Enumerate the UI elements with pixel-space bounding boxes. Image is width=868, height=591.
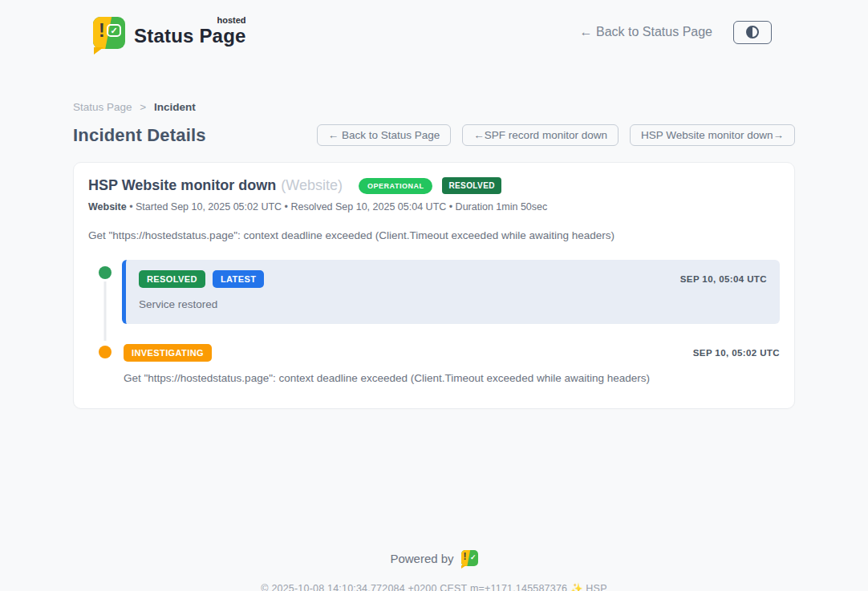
main-container: Status Page > Incident Incident Details … [73,101,795,591]
timeline-entry-investigating: INVESTIGATING SEP 10, 05:02 UTC Get "htt… [122,344,780,384]
logo-text-wrap: Status Page hosted [134,15,246,47]
timeline-dot-resolved [99,266,112,279]
timeline-entry-timestamp: SEP 10, 05:04 UTC [680,274,767,284]
incident-meta-details: • Started Sep 10, 2025 05:02 UTC • Resol… [129,201,547,213]
powered-by-label: Powered by [390,552,453,565]
breadcrumb-root[interactable]: Status Page [73,101,132,113]
breadcrumb-separator: > [140,101,146,113]
powered-by[interactable]: Powered by ! ✓ [390,550,477,566]
logo-text: Status Page [134,25,246,47]
copyright-line: © 2025-10-08 14:10:34.772084 +0200 CEST … [73,582,795,591]
timeline-entry-message: Service restored [139,298,767,310]
breadcrumb: Status Page > Incident [73,101,795,113]
mini-logo-bubble: ! ✓ [461,550,478,566]
timeline-entry-resolved: RESOLVED LATEST SEP 10, 05:04 UTC Servic… [122,260,780,324]
incident-card: HSP Website monitor down (Website) OPERA… [73,162,795,409]
incident-description: Get "https://hostedstatus.page": context… [88,229,780,241]
logo[interactable]: ! ✓ Status Page hosted [93,15,246,49]
resolved-status-badge: RESOLVED [442,177,501,194]
back-to-status-page-button[interactable]: ← Back to Status Page [317,124,452,146]
incident-scope: (Website) [281,177,343,194]
statuspage-logo-icon: ! ✓ [93,17,125,49]
header-right: ← Back to Status Page [580,21,772,44]
contrast-icon [746,26,759,38]
incident-title: HSP Website monitor down [88,177,276,194]
footer: Powered by ! ✓ © 2025-10-08 14:10:34.772… [73,550,795,591]
timeline-entry-message: Get "https://hostedstatus.page": context… [124,372,780,384]
exclamation-glyph: ! [99,22,105,40]
check-glyph: ✓ [107,24,121,37]
incident-service-name: Website [88,201,127,213]
breadcrumb-current: Incident [154,101,196,113]
prev-incident-button[interactable]: ←SPF record monitor down [462,124,619,146]
mini-logo-tail [461,565,466,569]
statuspage-mini-logo-icon: ! ✓ [461,550,478,566]
incident-nav-buttons: ← Back to Status Page ←SPF record monito… [317,124,795,146]
operational-badge: OPERATIONAL [359,178,432,194]
resolved-badge: RESOLVED [139,270,205,288]
incident-timeline: RESOLVED LATEST SEP 10, 05:04 UTC Servic… [88,260,780,384]
timeline-entry-timestamp: SEP 10, 05:02 UTC [693,348,780,358]
timeline-dot-investigating [99,346,112,358]
mini-check-glyph: ✓ [470,553,477,561]
logo-bubble: ! ✓ [93,17,125,49]
timeline-entry-head: INVESTIGATING SEP 10, 05:02 UTC [124,344,780,362]
header: ! ✓ Status Page hosted ← Back to Status … [0,0,868,61]
timeline-entry-badges: INVESTIGATING [124,344,212,362]
logo-hosted-label: hosted [217,15,246,25]
incident-title-row: HSP Website monitor down (Website) OPERA… [88,177,780,194]
incident-meta: Website • Started Sep 10, 2025 05:02 UTC… [88,201,780,213]
page-title: Incident Details [73,125,206,146]
timeline-entry-badges: RESOLVED LATEST [139,270,264,288]
mini-exclamation-glyph: ! [464,552,467,561]
next-incident-button[interactable]: HSP Website monitor down→ [630,124,795,146]
logo-bubble-tail [94,47,103,55]
timeline-connector-line [104,274,107,341]
timeline-entry-head: RESOLVED LATEST SEP 10, 05:04 UTC [139,270,767,288]
theme-toggle-button[interactable] [733,21,772,44]
back-to-status-page-link[interactable]: ← Back to Status Page [580,25,712,39]
latest-badge: LATEST [213,270,264,288]
investigating-badge: INVESTIGATING [124,344,212,362]
title-row: Incident Details ← Back to Status Page ←… [73,124,795,146]
